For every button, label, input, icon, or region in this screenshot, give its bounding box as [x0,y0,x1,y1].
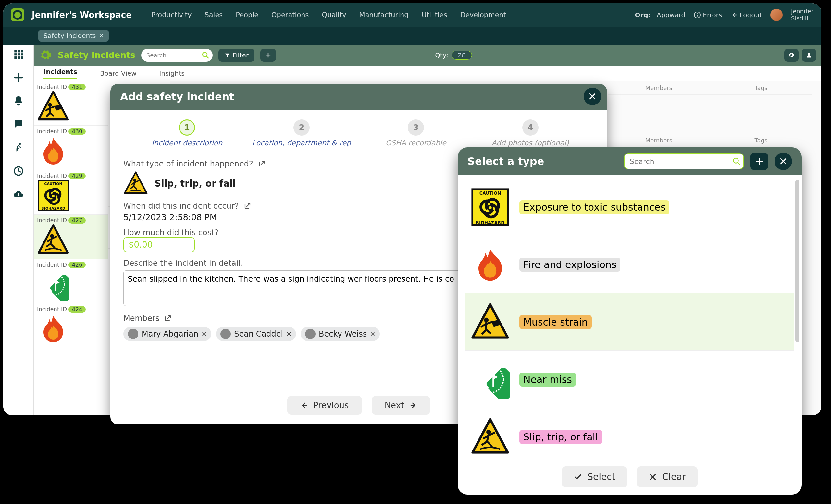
workspace-title: Jennifer's Workspace [32,10,132,20]
profile-button[interactable] [802,49,816,62]
select-type-modal: Select a type Exposure to toxic substanc… [458,147,802,495]
workspace-tab[interactable]: Safety Incidents [38,30,109,41]
module-title: Safety Incidents [58,50,135,60]
col-tags: Tags [710,84,812,91]
incident-card[interactable]: Incident ID 429 [34,170,108,214]
search-icon[interactable] [202,51,209,59]
tab-incidents[interactable]: Incidents [44,68,77,79]
errors-link[interactable]: Errors [694,11,722,19]
apps-icon[interactable] [13,49,24,60]
logout-link[interactable]: Logout [731,11,762,19]
step-3[interactable]: 3OSHA recordable [359,119,473,147]
chat-icon[interactable] [13,119,24,130]
tab-insights[interactable]: Insights [160,69,185,77]
nav-links: ProductivitySalesPeopleOperationsQuality… [151,11,635,19]
notifications-icon[interactable] [13,95,24,107]
type-search-input[interactable] [624,153,744,170]
scrollbar[interactable] [795,180,799,342]
settings-button[interactable] [784,49,799,62]
incident-card[interactable]: Incident ID 427 [34,214,108,259]
app-logo[interactable] [11,8,24,22]
type-modal-title: Select a type [467,155,544,168]
nav-operations[interactable]: Operations [271,11,309,19]
member-chip[interactable]: Sean Caddel [216,327,296,341]
svg-rect-32 [19,17,22,19]
type-row[interactable]: Exposure to toxic substances [465,178,794,236]
avatar[interactable] [770,9,783,21]
right-columns: MembersTags MembersTags [608,81,812,147]
step-2[interactable]: 2Location, department & rep [245,119,359,147]
add-incident-button[interactable] [260,49,276,62]
tab-strip: Safety Incidents [3,27,821,45]
modal-title: Add safety incident [110,84,607,110]
type-row[interactable]: Near miss [465,351,794,408]
close-type-modal-button[interactable] [775,152,792,170]
step-1[interactable]: 1Incident description [130,119,245,147]
history-icon[interactable] [13,166,24,177]
user-name: JenniferSistilli [791,8,813,22]
close-modal-button[interactable] [584,88,601,105]
module-settings-icon[interactable] [39,49,52,62]
previous-button[interactable]: Previous [287,396,362,415]
nav-quality[interactable]: Quality [322,11,346,19]
nav-development[interactable]: Development [460,11,506,19]
step-4[interactable]: 4Add photos (optional) [473,119,588,147]
selected-type-icon [123,171,148,196]
type-search[interactable] [624,153,744,170]
upload-icon[interactable] [13,189,24,200]
type-row[interactable]: Fire and explosions [465,236,794,293]
nav-productivity[interactable]: Productivity [151,11,192,19]
activity-icon[interactable] [13,142,24,153]
search-icon[interactable] [732,157,741,166]
close-tab-icon[interactable] [99,33,104,38]
add-type-button[interactable] [750,152,768,170]
member-chip[interactable]: Becky Weiss [300,327,380,341]
next-button[interactable]: Next [372,396,430,415]
nav-manufacturing[interactable]: Manufacturing [359,11,409,19]
clear-button[interactable]: Clear [637,466,697,487]
type-row[interactable]: Muscle strain [465,293,794,351]
col-members: Members [608,84,710,91]
org-label: Org: Appward [635,11,686,19]
add-icon[interactable] [13,72,24,83]
open-members-icon[interactable] [164,315,172,322]
remove-member-icon[interactable] [286,331,291,336]
left-sidebar [3,45,34,415]
nav-people[interactable]: People [236,11,258,19]
nav-sales[interactable]: Sales [204,11,223,19]
member-chip[interactable]: Mary Abgarian [123,327,211,341]
qty-display: Qty:28 [435,51,472,60]
type-list: Exposure to toxic substancesFire and exp… [458,175,802,464]
remove-member-icon[interactable] [202,331,207,336]
open-type-icon[interactable] [258,160,265,168]
selected-type-name: Slip, trip, or fall [154,178,236,189]
incident-card[interactable]: Incident ID 431 [34,81,108,126]
filter-button[interactable]: Filter [219,49,255,62]
nav-utilities[interactable]: Utilities [422,11,447,19]
incident-card[interactable]: Incident ID 424 [34,303,108,348]
type-row[interactable]: Slip, trip, or fall [465,408,794,464]
incident-card[interactable]: Incident ID 426 [34,259,108,303]
wizard-stepper: 1Incident description2Location, departme… [110,110,607,150]
incident-card[interactable]: Incident ID 430 [34,126,108,170]
module-search[interactable] [141,49,212,62]
tab-board-view[interactable]: Board View [100,69,137,77]
remove-member-icon[interactable] [370,331,375,336]
cost-input[interactable] [123,237,195,252]
open-date-icon[interactable] [243,202,251,210]
module-header: Safety Incidents Filter Qty:28 [34,45,821,65]
select-button[interactable]: Select [562,466,627,487]
view-tabs: IncidentsBoard ViewInsights [34,65,821,81]
top-bar: Jennifer's Workspace ProductivitySalesPe… [3,3,821,27]
incident-list: Incident ID 431Incident ID 430Incident I… [34,81,108,415]
